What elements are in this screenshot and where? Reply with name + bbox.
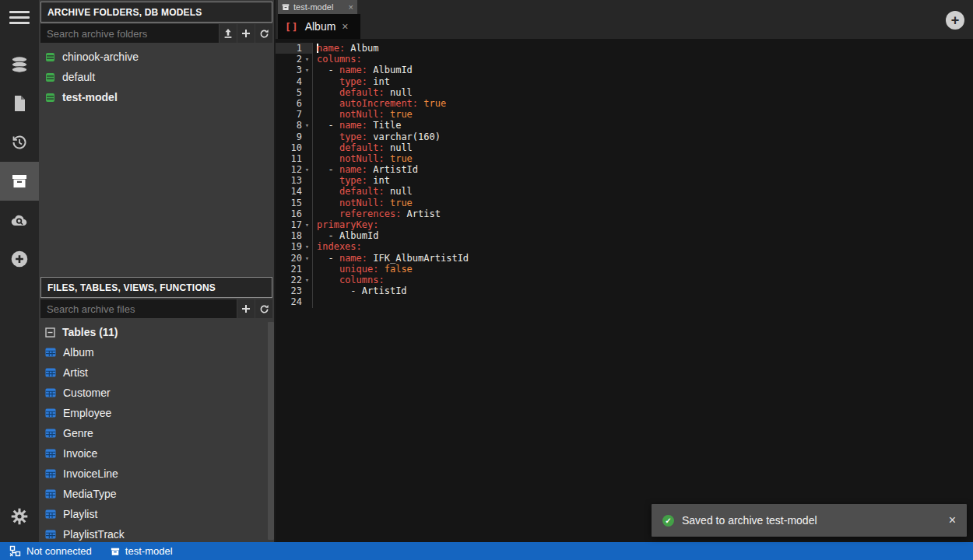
editor-line[interactable]: 20▾ - name: IFK_AlbumArtistId — [276, 253, 973, 264]
fold-arrow-icon[interactable]: ▾ — [302, 120, 312, 131]
editor-line[interactable]: 18 - AlbumId — [276, 230, 973, 241]
table-item[interactable]: MediaType — [39, 484, 274, 504]
editor-line[interactable]: 7 notNull: true — [276, 109, 973, 120]
table-item[interactable]: Genre — [39, 423, 274, 443]
table-item[interactable]: Album — [39, 342, 274, 362]
editor-line[interactable]: 5 default: null — [276, 87, 973, 98]
editor-line[interactable]: 16 references: Artist — [276, 208, 973, 219]
code-text[interactable]: type: varchar(160) — [313, 131, 441, 142]
editor-line[interactable]: 17▾primaryKey: — [276, 219, 973, 230]
editor-line[interactable]: 11 notNull: true — [276, 153, 973, 164]
code-text[interactable]: primaryKey: — [313, 219, 378, 230]
status-model[interactable]: test-model — [111, 545, 173, 557]
code-text[interactable]: default: null — [313, 87, 413, 98]
tab-album[interactable]: [] Album × — [278, 14, 360, 39]
code-text[interactable]: columns: — [313, 54, 362, 65]
code-text[interactable]: default: null — [313, 142, 413, 153]
table-item[interactable]: InvoiceLine — [39, 464, 274, 484]
sidebar-item-add-connection[interactable] — [0, 240, 39, 278]
editor[interactable]: 1name: Album2▾columns:3▾ - name: AlbumId… — [276, 39, 973, 542]
tab-group-test-model[interactable]: test-model × — [278, 0, 357, 14]
code-text[interactable]: type: int — [313, 76, 390, 87]
settings-button[interactable] — [0, 497, 39, 536]
files-scrollbar-thumb[interactable] — [268, 322, 274, 540]
archive-folder-item[interactable]: test-model — [39, 87, 274, 107]
editor-line[interactable]: 9 type: varchar(160) — [276, 131, 973, 142]
upload-button[interactable] — [220, 24, 237, 43]
table-item[interactable]: Customer — [39, 383, 274, 403]
code-text[interactable]: notNull: true — [313, 109, 413, 120]
code-text[interactable]: default: null — [313, 186, 413, 197]
archive-panel-title: ARCHIVE FOLDERS, DB MODELS — [47, 7, 202, 18]
editor-line[interactable]: 10 default: null — [276, 142, 973, 153]
editor-line[interactable]: 14 default: null — [276, 186, 973, 197]
code-text[interactable]: unique: false — [313, 264, 413, 275]
code-text[interactable]: - ArtistId — [313, 285, 407, 296]
new-tab-button[interactable]: + — [946, 11, 964, 30]
table-item[interactable]: Invoice — [39, 443, 274, 464]
editor-line[interactable]: 23 - ArtistId — [276, 285, 973, 296]
editor-line[interactable]: 22▾ columns: — [276, 275, 973, 285]
fold-arrow-icon[interactable]: ▾ — [302, 164, 312, 175]
code-text[interactable]: indexes: — [313, 241, 362, 252]
editor-line[interactable]: 15 notNull: true — [276, 198, 973, 208]
menu-button[interactable] — [0, 0, 39, 34]
status-connection[interactable]: Not connected — [9, 545, 92, 557]
fold-arrow-icon[interactable]: ▾ — [302, 54, 312, 65]
files-search-input[interactable] — [40, 299, 237, 318]
code-text[interactable]: notNull: true — [313, 198, 413, 208]
fold-arrow-icon[interactable]: ▾ — [302, 219, 312, 230]
editor-line[interactable]: 4 type: int — [276, 76, 973, 87]
code-text[interactable]: notNull: true — [313, 153, 413, 164]
archive-folder-item[interactable]: default — [39, 67, 274, 87]
code-text[interactable]: references: Artist — [313, 208, 441, 219]
sidebar-item-files[interactable] — [0, 84, 39, 123]
editor-line[interactable]: 6 autoIncrement: true — [276, 98, 973, 109]
cloud-search-icon — [9, 210, 30, 230]
fold-arrow-icon[interactable]: ▾ — [302, 275, 312, 285]
toast-close-button[interactable]: × — [949, 514, 956, 527]
refresh-files-button[interactable] — [255, 299, 272, 318]
editor-line[interactable]: 21 unique: false — [276, 264, 973, 275]
add-folder-button[interactable] — [237, 24, 255, 43]
editor-line[interactable]: 19▾indexes: — [276, 241, 973, 252]
editor-line[interactable]: 12▾ - name: ArtistId — [276, 164, 973, 175]
archive-db-icon — [45, 72, 55, 82]
editor-line[interactable]: 8▾ - name: Title — [276, 120, 973, 131]
line-number: 9 — [276, 131, 302, 142]
line-number: 21 — [276, 264, 302, 275]
sidebar-item-archive[interactable] — [0, 162, 39, 201]
table-item[interactable]: Playlist — [39, 504, 274, 524]
editor-line[interactable]: 13 type: int — [276, 175, 973, 186]
refresh-folders-button[interactable] — [255, 24, 272, 43]
editor-line[interactable]: 1name: Album — [276, 43, 973, 54]
add-file-button[interactable] — [237, 299, 255, 318]
table-item[interactable]: Employee — [39, 403, 274, 423]
code-text[interactable]: autoIncrement: true — [313, 98, 446, 109]
code-text[interactable]: name: Album — [313, 43, 378, 54]
editor-line[interactable]: 3▾ - name: AlbumId — [276, 65, 973, 75]
code-text[interactable]: - AlbumId — [313, 230, 378, 241]
archive-search-input[interactable] — [40, 24, 219, 43]
close-icon[interactable]: × — [342, 21, 348, 32]
code-text[interactable]: - name: AlbumId — [313, 65, 413, 75]
code-text[interactable]: - name: ArtistId — [313, 164, 418, 175]
tables-group-row[interactable]: Tables (11) — [39, 322, 274, 342]
close-icon[interactable]: × — [349, 3, 353, 12]
line-number: 8 — [276, 120, 302, 131]
editor-line[interactable]: 24 — [276, 296, 973, 307]
code-text[interactable]: - name: Title — [313, 120, 401, 131]
code-text[interactable]: type: int — [313, 175, 390, 186]
fold-arrow-icon[interactable]: ▾ — [302, 253, 312, 264]
code-text[interactable]: - name: IFK_AlbumArtistId — [313, 253, 469, 264]
archive-folder-item[interactable]: chinook-archive — [39, 47, 274, 67]
sidebar-item-databases[interactable] — [0, 45, 39, 84]
table-item[interactable]: Artist — [39, 362, 274, 383]
sidebar-item-cloud[interactable] — [0, 201, 39, 240]
code-text[interactable]: columns: — [313, 275, 385, 285]
sidebar-item-history[interactable] — [0, 123, 39, 162]
fold-arrow-icon[interactable]: ▾ — [302, 241, 312, 252]
editor-line[interactable]: 2▾columns: — [276, 54, 973, 65]
fold-arrow-icon[interactable]: ▾ — [302, 65, 312, 75]
code-text[interactable] — [313, 296, 317, 307]
